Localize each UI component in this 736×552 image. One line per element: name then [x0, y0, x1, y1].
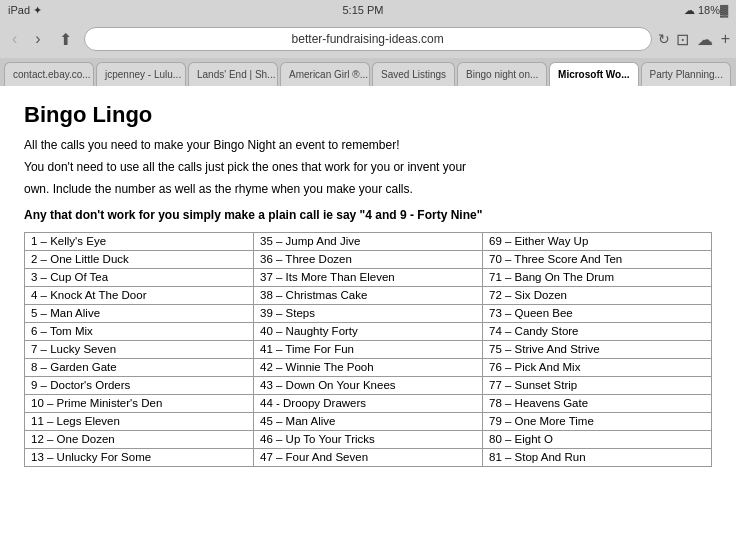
bingo-cell-col3: 78 – Heavens Gate — [483, 395, 712, 413]
tab-3[interactable]: American Girl ®... — [280, 62, 370, 86]
table-row: 11 – Legs Eleven45 – Man Alive79 – One M… — [25, 413, 712, 431]
table-row: 6 – Tom Mix40 – Naughty Forty74 – Candy … — [25, 323, 712, 341]
bookmarks-icon[interactable]: ⊡ — [676, 30, 689, 49]
bingo-cell-col1: 12 – One Dozen — [25, 431, 254, 449]
back-button[interactable]: ‹ — [6, 28, 23, 50]
tabs-bar: contact.ebay.co... jcpenney - Lulu... La… — [0, 58, 736, 86]
tab-7[interactable]: Party Planning... — [641, 62, 731, 86]
tab-6[interactable]: Microsoft Wo... — [549, 62, 638, 86]
status-right: ☁ 18%▓ — [684, 4, 728, 17]
table-row: 4 – Knock At The Door38 – Christmas Cake… — [25, 287, 712, 305]
bingo-cell-col1: 2 – One Little Duck — [25, 251, 254, 269]
bingo-cell-col3: 81 – Stop And Run — [483, 449, 712, 467]
tab-5[interactable]: Bingo night on... — [457, 62, 547, 86]
bingo-cell-col3: 73 – Queen Bee — [483, 305, 712, 323]
bingo-cell-col2: 35 – Jump And Jive — [254, 233, 483, 251]
bingo-cell-col3: 80 – Eight O — [483, 431, 712, 449]
content-area: Bingo Lingo All the calls you need to ma… — [0, 86, 736, 552]
intro-line-2: You don't need to use all the calls just… — [24, 158, 712, 176]
bingo-table: 1 – Kelly's Eye35 – Jump And Jive69 – Ei… — [24, 232, 712, 467]
bingo-cell-col1: 1 – Kelly's Eye — [25, 233, 254, 251]
share-button[interactable]: ⬆ — [53, 28, 78, 51]
bingo-cell-col3: 75 – Strive And Strive — [483, 341, 712, 359]
table-row: 5 – Man Alive39 – Steps73 – Queen Bee — [25, 305, 712, 323]
bingo-cell-col1: 5 – Man Alive — [25, 305, 254, 323]
bingo-cell-col3: 72 – Six Dozen — [483, 287, 712, 305]
bingo-cell-col1: 10 – Prime Minister's Den — [25, 395, 254, 413]
bingo-cell-col3: 69 – Either Way Up — [483, 233, 712, 251]
bingo-cell-col2: 46 – Up To Your Tricks — [254, 431, 483, 449]
bingo-cell-col3: 76 – Pick And Mix — [483, 359, 712, 377]
bingo-cell-col3: 71 – Bang On The Drum — [483, 269, 712, 287]
cloud-icon: ☁ — [697, 30, 713, 49]
bingo-cell-col1: 4 – Knock At The Door — [25, 287, 254, 305]
bingo-cell-col2: 41 – Time For Fun — [254, 341, 483, 359]
bingo-cell-col2: 40 – Naughty Forty — [254, 323, 483, 341]
table-row: 13 – Unlucky For Some47 – Four And Seven… — [25, 449, 712, 467]
tab-1[interactable]: jcpenney - Lulu... — [96, 62, 186, 86]
bingo-cell-col1: 6 – Tom Mix — [25, 323, 254, 341]
table-row: 3 – Cup Of Tea37 – Its More Than Eleven7… — [25, 269, 712, 287]
status-left: iPad ✦ — [8, 4, 42, 17]
address-bar[interactable]: better-fundraising-ideas.com — [84, 27, 652, 51]
bingo-cell-col1: 3 – Cup Of Tea — [25, 269, 254, 287]
bingo-cell-col1: 11 – Legs Eleven — [25, 413, 254, 431]
reload-button[interactable]: ↻ — [658, 31, 670, 47]
add-tab-icon[interactable]: + — [721, 30, 730, 49]
table-row: 8 – Garden Gate42 – Winnie The Pooh76 – … — [25, 359, 712, 377]
bingo-cell-col3: 70 – Three Score And Ten — [483, 251, 712, 269]
bingo-cell-col2: 47 – Four And Seven — [254, 449, 483, 467]
bingo-cell-col1: 13 – Unlucky For Some — [25, 449, 254, 467]
nav-icons: ⊡ ☁ + — [676, 30, 730, 49]
table-row: 10 – Prime Minister's Den44 - Droopy Dra… — [25, 395, 712, 413]
bingo-cell-col2: 43 – Down On Your Knees — [254, 377, 483, 395]
tab-4[interactable]: Saved Listings — [372, 62, 455, 86]
nav-bar: ‹ › ⬆ better-fundraising-ideas.com ↻ ⊡ ☁… — [0, 20, 736, 58]
browser-frame: iPad ✦ 5:15 PM ☁ 18%▓ ‹ › ⬆ better-fundr… — [0, 0, 736, 552]
bingo-cell-col2: 38 – Christmas Cake — [254, 287, 483, 305]
tab-0[interactable]: contact.ebay.co... — [4, 62, 94, 86]
bingo-cell-col2: 42 – Winnie The Pooh — [254, 359, 483, 377]
table-row: 9 – Doctor's Orders43 – Down On Your Kne… — [25, 377, 712, 395]
bingo-cell-col3: 77 – Sunset Strip — [483, 377, 712, 395]
bingo-cell-col2: 44 - Droopy Drawers — [254, 395, 483, 413]
bingo-cell-col3: 74 – Candy Store — [483, 323, 712, 341]
status-time: 5:15 PM — [343, 4, 384, 16]
table-row: 12 – One Dozen46 – Up To Your Tricks80 –… — [25, 431, 712, 449]
page-title: Bingo Lingo — [24, 102, 712, 128]
table-row: 7 – Lucky Seven41 – Time For Fun75 – Str… — [25, 341, 712, 359]
tab-2[interactable]: Lands' End | Sh... — [188, 62, 278, 86]
status-bar: iPad ✦ 5:15 PM ☁ 18%▓ — [0, 0, 736, 20]
bingo-cell-col3: 79 – One More Time — [483, 413, 712, 431]
intro-line-1: All the calls you need to make your Bing… — [24, 136, 712, 154]
table-row: 2 – One Little Duck36 – Three Dozen70 – … — [25, 251, 712, 269]
bingo-cell-col2: 37 – Its More Than Eleven — [254, 269, 483, 287]
bingo-cell-col1: 7 – Lucky Seven — [25, 341, 254, 359]
table-row: 1 – Kelly's Eye35 – Jump And Jive69 – Ei… — [25, 233, 712, 251]
forward-button[interactable]: › — [29, 28, 46, 50]
bingo-cell-col2: 39 – Steps — [254, 305, 483, 323]
note-text: Any that don't work for you simply make … — [24, 208, 712, 222]
bingo-cell-col2: 36 – Three Dozen — [254, 251, 483, 269]
intro-text: All the calls you need to make your Bing… — [24, 136, 712, 198]
bingo-cell-col1: 9 – Doctor's Orders — [25, 377, 254, 395]
bingo-cell-col2: 45 – Man Alive — [254, 413, 483, 431]
bingo-cell-col1: 8 – Garden Gate — [25, 359, 254, 377]
intro-line-3: own. Include the number as well as the r… — [24, 180, 712, 198]
